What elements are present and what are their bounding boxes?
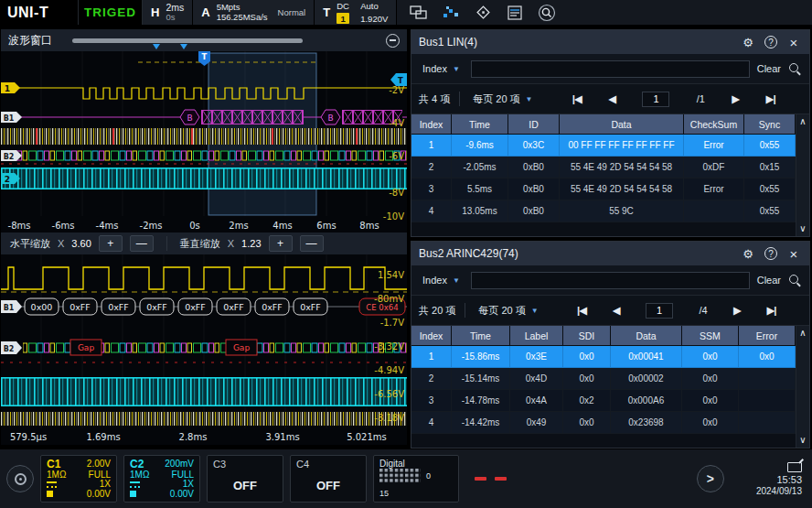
channel2-label: C2 (130, 459, 144, 470)
channel2-offset: 0.00V (170, 490, 194, 499)
prev-page-button[interactable]: ◀ (613, 304, 620, 317)
ground-marker-icon (47, 491, 53, 497)
channel3-status-box[interactable]: C3 OFF (207, 455, 283, 503)
bus2-search-field-dropdown[interactable]: Index ▼ (419, 275, 464, 286)
scroll-up-icon[interactable]: ∧ (799, 329, 806, 338)
dial-icon (15, 473, 27, 485)
bus2-clear-button[interactable]: Clear (757, 275, 781, 286)
search-tool-button[interactable] (536, 3, 558, 23)
channel1-offset: 0.00V (87, 490, 111, 499)
scroll-down-icon[interactable]: ∨ (799, 224, 806, 233)
per-page-label: 每页 20 项 (478, 304, 525, 318)
next-page-button[interactable]: ▶ (733, 304, 741, 317)
table-row[interactable]: 2 -15.14ms 0x4D 0x0 0x00002 0x0 (411, 368, 796, 390)
channel1-status-box[interactable]: C1 2.00V 1MΩ FULL 1X 0.00V (40, 455, 117, 503)
bus1-search-input[interactable] (471, 60, 750, 78)
bus2-per-page-dropdown[interactable]: 每页 20 项 ▼ (475, 304, 541, 318)
table-filler (411, 434, 796, 448)
screenshot-icon[interactable] (787, 462, 802, 472)
close-icon[interactable]: × (785, 245, 802, 262)
table-row[interactable]: 4 13.05ms 0xB0 55 9C 0x55 (411, 200, 796, 222)
gear-icon[interactable]: ⚙ (740, 245, 756, 262)
zoom-out-icon[interactable] (386, 34, 400, 48)
scroll-up-icon[interactable]: ∧ (799, 117, 806, 126)
svg-text:-4V: -4V (389, 118, 404, 128)
first-page-button[interactable]: |◀ (577, 304, 586, 317)
horizontal-settings-block[interactable]: H 2ms 0s (143, 0, 193, 25)
top-toolbar: UNI-T TRIGED H 2ms 0s A 5Mpts 156.25MSa/… (0, 0, 812, 26)
expand-menu-button[interactable]: > (697, 465, 724, 492)
table-row[interactable]: 4 -14.42ms 0x49 0x0 0x23698 0x0 (411, 412, 796, 434)
digital-first-channel: 0 (426, 471, 431, 481)
table-row[interactable]: 1 -9.6ms 0x3C 00 FF FF FF FF FF FF FF Er… (411, 135, 796, 157)
next-page-button[interactable]: ▶ (732, 92, 739, 105)
math-fft-button[interactable] (440, 3, 462, 23)
datetime-area[interactable]: 15:53 2024/09/13 (756, 462, 802, 496)
table-row[interactable]: 3 -14.78ms 0x4A 0x2 0x000A6 0x0 (411, 390, 796, 412)
prev-page-button[interactable]: ◀ (608, 92, 615, 105)
left-dial-button[interactable] (6, 465, 34, 492)
last-page-button[interactable]: ▶| (766, 92, 775, 105)
acquire-settings-block[interactable]: A 5Mpts 156.25MSa/s Normal (193, 0, 315, 25)
hzoom-in-button[interactable]: + (99, 235, 123, 252)
svg-text:-8.18V: -8.18V (374, 413, 404, 423)
horizontal-key-label: H (151, 5, 159, 19)
help-icon[interactable]: ? (764, 247, 777, 260)
table-cell: 0x3C (508, 135, 560, 157)
page-input[interactable] (646, 303, 673, 319)
ground-marker-icon (130, 491, 136, 497)
channel2-status-box[interactable]: C2 200mV 1MΩ FULL 1X 0.00V (123, 455, 200, 503)
search-icon[interactable] (788, 274, 802, 287)
vzoom-out-button[interactable]: — (300, 235, 324, 252)
table-cell: 13.05ms (452, 200, 508, 222)
bus1-per-page-dropdown[interactable]: 每页 20 项 ▼ (469, 92, 536, 106)
display-windows-button[interactable] (408, 3, 430, 23)
bus1-scrollbar[interactable]: ∧ ∨ (796, 114, 809, 236)
table-cell: 3 (411, 390, 452, 412)
horizontal-zoom-x: X (58, 238, 64, 249)
bus1-table: Index Time ID Data CheckSum Sync 1 -9.6m… (411, 114, 796, 236)
table-cell: 0x0 (682, 390, 739, 412)
table-row[interactable]: 2 -2.05ms 0xB0 55 4E 49 2D 54 54 54 58 0… (411, 157, 796, 178)
column-header: Index (411, 326, 452, 346)
bus2-search-row: Index ▼ Clear (411, 265, 809, 296)
help-icon[interactable]: ? (764, 36, 777, 49)
divider (459, 92, 460, 106)
bus1-search-field-dropdown[interactable]: Index ▼ (419, 63, 464, 74)
last-page-button[interactable]: ▶| (766, 304, 775, 317)
bus2-scrollbar[interactable]: ∧ ∨ (796, 326, 809, 448)
chevron-down-icon: ▼ (526, 95, 533, 103)
zoom-region-marker[interactable] (153, 44, 160, 49)
bus1-clear-button[interactable]: Clear (757, 63, 781, 74)
table-row[interactable]: 3 5.5ms 0xB0 55 4E 49 2D 54 54 54 58 Err… (411, 178, 796, 200)
xy-display-button[interactable] (472, 3, 494, 23)
gear-icon[interactable]: ⚙ (740, 34, 756, 50)
table-cell: 0x23698 (611, 412, 682, 434)
bus2-search-input[interactable] (471, 272, 750, 289)
table-cell: 0x00002 (611, 368, 682, 390)
zoom-region-marker[interactable] (180, 44, 187, 49)
zoom-map-track[interactable] (72, 38, 303, 43)
scroll-down-icon[interactable]: ∨ (799, 436, 806, 445)
trigger-settings-block[interactable]: T DC Auto 1 1.920V (315, 0, 397, 25)
main-waveform-display[interactable]: B B (1, 51, 407, 232)
search-icon[interactable] (788, 62, 802, 76)
vzoom-in-button[interactable]: + (269, 235, 293, 252)
table-cell: 0xB0 (508, 157, 560, 178)
xy-display-icon (474, 5, 492, 21)
hzoom-out-button[interactable]: — (130, 235, 154, 252)
channel4-status-box[interactable]: C4 OFF (290, 455, 367, 503)
bus1-titlebar: Bus1 LIN(4) ⚙ ? × (411, 30, 809, 54)
bus1-pager-row: 共 4 项 每页 20 项 ▼ |◀ ◀ /1 ▶ ▶| (411, 84, 809, 114)
close-icon[interactable]: × (785, 34, 802, 50)
table-row[interactable]: 1 -15.86ms 0x3E 0x0 0x00041 0x0 0x0 (411, 346, 796, 368)
bus1-pagination: |◀ ◀ /1 ▶ ▶| (546, 92, 802, 107)
svg-text:-2ms: -2ms (140, 221, 163, 231)
first-page-button[interactable]: |◀ (572, 92, 582, 105)
table-cell: 0x4D (510, 368, 563, 390)
digital-status-box[interactable]: Digital 0 15 (373, 455, 459, 503)
page-input[interactable] (642, 92, 669, 107)
zoom-waveform-display[interactable]: 0x00 0xFF 0xFF 0xFF 0xFF 0xFF 0xFF 0xFF (1, 254, 407, 445)
measure-list-button[interactable] (504, 3, 526, 23)
search-field-label: Index (422, 275, 447, 286)
